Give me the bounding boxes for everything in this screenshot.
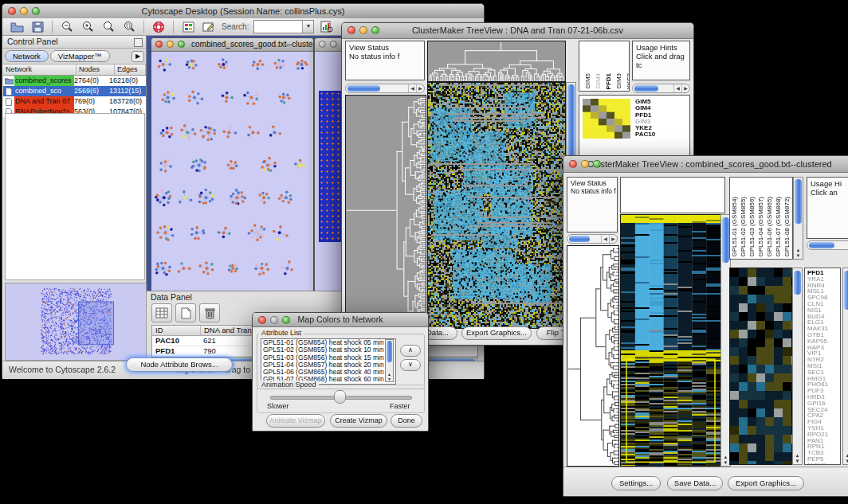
move-down-button[interactable]: ∨ bbox=[400, 359, 421, 371]
scrollbar-thumb[interactable] bbox=[387, 341, 392, 362]
close-button[interactable] bbox=[258, 316, 266, 324]
gene-list-scrollbar[interactable]: ▲▼ bbox=[842, 268, 848, 465]
vizmapper-button[interactable] bbox=[180, 20, 196, 34]
scroll-left-icon[interactable]: ◀ bbox=[673, 84, 681, 92]
scrollbar-thumb[interactable] bbox=[347, 85, 380, 92]
settings-button[interactable]: Settings... bbox=[611, 476, 661, 490]
scroll-arrows-icon[interactable]: ▲▼ bbox=[794, 248, 803, 259]
zoom-window-button[interactable] bbox=[32, 7, 40, 15]
float-panel-icon[interactable] bbox=[134, 38, 143, 47]
network-view-window[interactable]: combined_scores_good.txt--cluste... bbox=[151, 37, 314, 291]
scroll-left-icon[interactable]: ◀ bbox=[408, 84, 416, 92]
treeview1-titlebar[interactable]: ClusterMaker TreeView : DNA and Tran 07-… bbox=[342, 23, 693, 39]
network-row[interactable]: combined_sco2569(6)13112(15) bbox=[3, 86, 146, 96]
gene-label[interactable]: PAC10 bbox=[635, 131, 655, 138]
scroll-arrows-icon[interactable]: ▲▼ bbox=[843, 453, 848, 464]
zoom-out-button[interactable] bbox=[59, 20, 75, 34]
network-row[interactable]: combined_scores2764(0)16218(0) bbox=[3, 76, 146, 86]
animate-vizmap-button[interactable]: Animate Vizmap bbox=[266, 414, 325, 428]
usage-hints-scrollbar[interactable]: ◀ ▶ bbox=[807, 240, 848, 250]
network-view-titlebar[interactable]: combined_scores_good.txt--cluste... bbox=[151, 38, 313, 52]
gene-label[interactable]: MON2 bbox=[807, 463, 840, 465]
minimize-button[interactable] bbox=[167, 41, 174, 48]
scroll-arrows-icon[interactable]: ▲▼ bbox=[386, 372, 393, 381]
attribute-list-scrollbar[interactable]: ▲▼ bbox=[385, 339, 394, 382]
birdseye-view[interactable] bbox=[5, 283, 147, 361]
zoom-window-button[interactable] bbox=[178, 41, 185, 48]
column-label[interactable]: GIM4 bbox=[595, 73, 603, 89]
scrollbar-thumb[interactable] bbox=[795, 179, 802, 224]
gene-list[interactable]: PFD1YRA1RNR4MSL1SPC98CLN1NIS1BUD4ELG1MAK… bbox=[804, 268, 841, 465]
tab-network[interactable]: Network bbox=[5, 50, 49, 62]
close-button[interactable] bbox=[347, 26, 355, 34]
close-button[interactable] bbox=[569, 160, 577, 168]
column-label[interactable]: GPL51-08 (GSM872) bbox=[783, 197, 791, 257]
minimize-button[interactable] bbox=[270, 316, 278, 324]
save-data-button[interactable]: Save Data... bbox=[667, 476, 723, 490]
close-button[interactable] bbox=[155, 41, 163, 48]
treeview2-titlebar[interactable]: ClusterMaker TreeView : combined_scores_… bbox=[563, 156, 848, 173]
view-status-scrollbar[interactable]: ◀ ▶ bbox=[345, 84, 425, 93]
row-dendrogram[interactable] bbox=[567, 245, 619, 467]
more-tabs-button[interactable]: ▶ bbox=[132, 51, 144, 62]
network-canvas[interactable] bbox=[151, 52, 312, 291]
zoom-window-button[interactable] bbox=[282, 316, 290, 324]
scrollbar-thumb[interactable] bbox=[809, 242, 834, 248]
dialog-titlebar[interactable]: Map Colors to Network bbox=[253, 313, 428, 327]
column-nodes[interactable]: Nodes bbox=[77, 64, 115, 75]
column-label[interactable]: PFD1 bbox=[605, 73, 613, 89]
cytoscape-titlebar[interactable]: Cytoscape Desktop (Session Name: collins… bbox=[2, 4, 484, 19]
column-edges[interactable]: Edges bbox=[115, 64, 146, 75]
select-attributes-button[interactable] bbox=[151, 303, 172, 322]
network-row[interactable]: DNA and Tran 07769(0)183728(0) bbox=[3, 96, 146, 107]
column-label[interactable]: GPL51-07 (GSM868) bbox=[775, 197, 783, 257]
move-up-button[interactable]: ∧ bbox=[400, 345, 421, 357]
close-button[interactable] bbox=[8, 7, 16, 15]
heatmap-global-view[interactable] bbox=[620, 214, 721, 467]
scrollbar-thumb[interactable] bbox=[569, 236, 590, 242]
help-button[interactable] bbox=[151, 20, 167, 34]
scroll-right-icon[interactable]: ▶ bbox=[416, 84, 424, 92]
delete-attribute-button[interactable] bbox=[199, 303, 220, 322]
scroll-right-icon[interactable]: ▶ bbox=[681, 84, 689, 92]
column-label[interactable]: GPL51-02 (GSM855) bbox=[740, 197, 748, 257]
zoom-window-button[interactable] bbox=[593, 160, 601, 168]
column-label[interactable]: GPL51-03 (GSM856) bbox=[748, 197, 756, 257]
open-button[interactable] bbox=[9, 20, 25, 34]
scroll-right-icon[interactable]: ▶ bbox=[609, 235, 617, 243]
zoom-scrollbar[interactable]: ▲▼ bbox=[792, 268, 803, 465]
zoom-heatmap[interactable] bbox=[583, 99, 630, 139]
minimize-button[interactable] bbox=[20, 7, 28, 15]
export-graphics-button[interactable]: Export Graphics... bbox=[461, 326, 532, 340]
node-attribute-browser-button[interactable]: Node Attribute Brows... bbox=[126, 357, 233, 372]
column-network[interactable]: Network bbox=[3, 64, 77, 75]
column-dendrogram[interactable] bbox=[427, 41, 566, 82]
zoom-window-button[interactable] bbox=[371, 26, 379, 34]
scrollbar-thumb[interactable] bbox=[844, 271, 848, 310]
annotation-button[interactable] bbox=[201, 20, 217, 34]
scrollbar-thumb[interactable] bbox=[722, 217, 729, 263]
row-dendrogram[interactable] bbox=[345, 95, 426, 329]
column-label[interactable]: GPL51-01 (GSM854) bbox=[731, 197, 739, 257]
column-label[interactable]: GPL51-06 (GSM865) bbox=[766, 197, 774, 257]
minimize-button[interactable] bbox=[359, 26, 367, 34]
save-button[interactable] bbox=[29, 20, 45, 34]
plugin-report-button[interactable] bbox=[319, 20, 335, 34]
attribute-list[interactable]: GPL51-01 (GSM854) heat shock 05 minGPL51… bbox=[261, 338, 396, 385]
scrollbar-thumb[interactable] bbox=[794, 271, 801, 295]
zoom-heatmap[interactable] bbox=[729, 268, 793, 465]
scroll-left-icon[interactable]: ◀ bbox=[601, 235, 609, 243]
done-button[interactable]: Done bbox=[391, 414, 422, 428]
minimize-button[interactable] bbox=[581, 160, 589, 168]
scrollbar-thumb[interactable] bbox=[634, 85, 658, 92]
chevron-down-icon[interactable]: ▼ bbox=[302, 21, 313, 33]
column-label[interactable]: GIM5 bbox=[584, 73, 592, 89]
zoom-selected-button[interactable] bbox=[100, 20, 116, 34]
view-status-scrollbar[interactable]: ◀ ▶ bbox=[567, 234, 618, 244]
search-input[interactable]: ▼ bbox=[253, 20, 314, 33]
zoom-in-button[interactable] bbox=[80, 20, 96, 34]
column-label[interactable]: YKE2 bbox=[626, 73, 630, 89]
slider-thumb[interactable] bbox=[334, 390, 346, 404]
new-attribute-button[interactable] bbox=[175, 303, 196, 322]
column-labels-scrollbar[interactable]: ▲▼ bbox=[793, 177, 803, 260]
